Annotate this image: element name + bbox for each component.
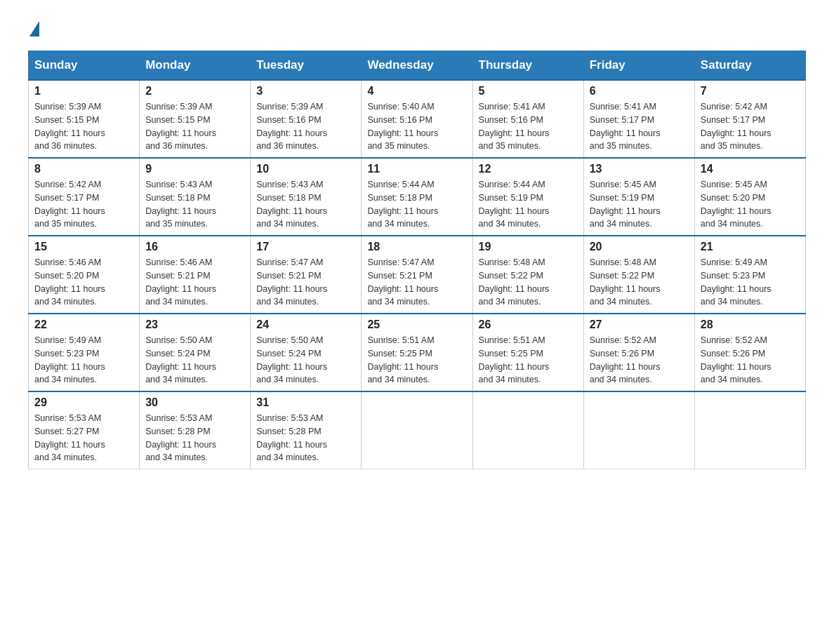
calendar-cell: 15 Sunrise: 5:46 AM Sunset: 5:20 PM Dayl… bbox=[29, 236, 140, 314]
day-number: 4 bbox=[367, 85, 466, 98]
day-info: Sunrise: 5:49 AM Sunset: 5:23 PM Dayligh… bbox=[701, 257, 772, 307]
header-monday: Monday bbox=[140, 51, 251, 81]
day-number: 13 bbox=[590, 163, 689, 175]
day-info: Sunrise: 5:41 AM Sunset: 5:17 PM Dayligh… bbox=[590, 102, 661, 151]
calendar-cell: 30 Sunrise: 5:53 AM Sunset: 5:28 PM Dayl… bbox=[140, 391, 251, 469]
calendar-cell: 28 Sunrise: 5:52 AM Sunset: 5:26 PM Dayl… bbox=[694, 314, 805, 391]
day-number: 22 bbox=[34, 318, 133, 331]
calendar-cell: 2 Sunrise: 5:39 AM Sunset: 5:15 PM Dayli… bbox=[140, 80, 251, 158]
calendar-cell: 9 Sunrise: 5:43 AM Sunset: 5:18 PM Dayli… bbox=[140, 158, 251, 236]
week-row-3: 15 Sunrise: 5:46 AM Sunset: 5:20 PM Dayl… bbox=[29, 236, 806, 314]
day-info: Sunrise: 5:53 AM Sunset: 5:28 PM Dayligh… bbox=[256, 413, 327, 462]
calendar-cell bbox=[694, 391, 805, 469]
day-info: Sunrise: 5:40 AM Sunset: 5:16 PM Dayligh… bbox=[367, 102, 438, 151]
day-info: Sunrise: 5:46 AM Sunset: 5:20 PM Dayligh… bbox=[34, 257, 105, 307]
day-info: Sunrise: 5:45 AM Sunset: 5:19 PM Dayligh… bbox=[590, 180, 661, 229]
calendar-cell: 10 Sunrise: 5:43 AM Sunset: 5:18 PM Dayl… bbox=[251, 158, 362, 236]
day-info: Sunrise: 5:48 AM Sunset: 5:22 PM Dayligh… bbox=[479, 257, 550, 307]
day-number: 10 bbox=[256, 163, 355, 175]
calendar-cell: 26 Sunrise: 5:51 AM Sunset: 5:25 PM Dayl… bbox=[472, 314, 583, 391]
day-number: 17 bbox=[256, 241, 355, 253]
day-number: 6 bbox=[590, 85, 689, 98]
day-number: 8 bbox=[34, 163, 133, 175]
day-number: 11 bbox=[367, 163, 466, 175]
calendar-cell: 24 Sunrise: 5:50 AM Sunset: 5:24 PM Dayl… bbox=[251, 314, 362, 391]
calendar-cell: 6 Sunrise: 5:41 AM Sunset: 5:17 PM Dayli… bbox=[583, 80, 694, 158]
day-info: Sunrise: 5:39 AM Sunset: 5:16 PM Dayligh… bbox=[256, 102, 327, 151]
calendar-cell: 23 Sunrise: 5:50 AM Sunset: 5:24 PM Dayl… bbox=[140, 314, 251, 391]
header-tuesday: Tuesday bbox=[251, 51, 362, 81]
calendar-table: SundayMondayTuesdayWednesdayThursdayFrid… bbox=[28, 51, 806, 469]
calendar-cell: 29 Sunrise: 5:53 AM Sunset: 5:27 PM Dayl… bbox=[29, 391, 140, 469]
day-number: 2 bbox=[145, 85, 244, 98]
week-row-5: 29 Sunrise: 5:53 AM Sunset: 5:27 PM Dayl… bbox=[29, 391, 806, 469]
logo-triangle-icon bbox=[29, 21, 39, 36]
day-info: Sunrise: 5:49 AM Sunset: 5:23 PM Dayligh… bbox=[34, 335, 105, 384]
day-number: 1 bbox=[34, 85, 133, 98]
day-number: 15 bbox=[34, 241, 133, 253]
day-info: Sunrise: 5:43 AM Sunset: 5:18 PM Dayligh… bbox=[145, 180, 216, 229]
day-number: 3 bbox=[256, 85, 355, 98]
week-row-1: 1 Sunrise: 5:39 AM Sunset: 5:15 PM Dayli… bbox=[29, 80, 806, 158]
day-info: Sunrise: 5:44 AM Sunset: 5:19 PM Dayligh… bbox=[479, 180, 550, 229]
calendar-cell bbox=[362, 391, 472, 469]
day-info: Sunrise: 5:39 AM Sunset: 5:15 PM Dayligh… bbox=[34, 102, 105, 151]
day-info: Sunrise: 5:53 AM Sunset: 5:27 PM Dayligh… bbox=[34, 413, 105, 462]
calendar-cell: 27 Sunrise: 5:52 AM Sunset: 5:26 PM Dayl… bbox=[583, 314, 694, 391]
day-number: 20 bbox=[590, 241, 689, 253]
calendar-cell: 31 Sunrise: 5:53 AM Sunset: 5:28 PM Dayl… bbox=[251, 391, 362, 469]
calendar-cell: 1 Sunrise: 5:39 AM Sunset: 5:15 PM Dayli… bbox=[29, 80, 140, 158]
day-info: Sunrise: 5:42 AM Sunset: 5:17 PM Dayligh… bbox=[701, 102, 772, 151]
header-wednesday: Wednesday bbox=[362, 51, 472, 81]
calendar-cell: 16 Sunrise: 5:46 AM Sunset: 5:21 PM Dayl… bbox=[140, 236, 251, 314]
day-number: 5 bbox=[479, 85, 578, 98]
calendar-cell: 18 Sunrise: 5:47 AM Sunset: 5:21 PM Dayl… bbox=[362, 236, 472, 314]
day-info: Sunrise: 5:51 AM Sunset: 5:25 PM Dayligh… bbox=[367, 335, 438, 384]
day-info: Sunrise: 5:51 AM Sunset: 5:25 PM Dayligh… bbox=[479, 335, 550, 384]
calendar-cell: 7 Sunrise: 5:42 AM Sunset: 5:17 PM Dayli… bbox=[694, 80, 805, 158]
day-number: 24 bbox=[256, 318, 355, 331]
day-info: Sunrise: 5:44 AM Sunset: 5:18 PM Dayligh… bbox=[367, 180, 438, 229]
day-info: Sunrise: 5:53 AM Sunset: 5:28 PM Dayligh… bbox=[145, 413, 216, 462]
day-info: Sunrise: 5:42 AM Sunset: 5:17 PM Dayligh… bbox=[34, 180, 105, 229]
header-friday: Friday bbox=[583, 51, 694, 81]
calendar-cell: 25 Sunrise: 5:51 AM Sunset: 5:25 PM Dayl… bbox=[362, 314, 472, 391]
day-info: Sunrise: 5:45 AM Sunset: 5:20 PM Dayligh… bbox=[701, 180, 772, 229]
day-info: Sunrise: 5:46 AM Sunset: 5:21 PM Dayligh… bbox=[145, 257, 216, 307]
calendar-cell: 19 Sunrise: 5:48 AM Sunset: 5:22 PM Dayl… bbox=[472, 236, 583, 314]
day-number: 12 bbox=[479, 163, 578, 175]
day-number: 16 bbox=[145, 241, 244, 253]
calendar-cell: 12 Sunrise: 5:44 AM Sunset: 5:19 PM Dayl… bbox=[472, 158, 583, 236]
day-number: 14 bbox=[701, 163, 800, 175]
logo bbox=[28, 21, 41, 36]
day-info: Sunrise: 5:47 AM Sunset: 5:21 PM Dayligh… bbox=[367, 257, 438, 307]
day-number: 19 bbox=[479, 241, 578, 253]
calendar-cell: 22 Sunrise: 5:49 AM Sunset: 5:23 PM Dayl… bbox=[29, 314, 140, 391]
day-info: Sunrise: 5:48 AM Sunset: 5:22 PM Dayligh… bbox=[590, 257, 661, 307]
calendar-cell: 5 Sunrise: 5:41 AM Sunset: 5:16 PM Dayli… bbox=[472, 80, 583, 158]
day-number: 25 bbox=[367, 318, 466, 331]
calendar-cell: 14 Sunrise: 5:45 AM Sunset: 5:20 PM Dayl… bbox=[694, 158, 805, 236]
day-info: Sunrise: 5:41 AM Sunset: 5:16 PM Dayligh… bbox=[479, 102, 550, 151]
day-number: 26 bbox=[479, 318, 578, 331]
calendar-cell: 13 Sunrise: 5:45 AM Sunset: 5:19 PM Dayl… bbox=[583, 158, 694, 236]
day-number: 29 bbox=[34, 396, 133, 409]
week-row-4: 22 Sunrise: 5:49 AM Sunset: 5:23 PM Dayl… bbox=[29, 314, 806, 391]
calendar-cell: 21 Sunrise: 5:49 AM Sunset: 5:23 PM Dayl… bbox=[694, 236, 805, 314]
calendar-cell: 17 Sunrise: 5:47 AM Sunset: 5:21 PM Dayl… bbox=[251, 236, 362, 314]
header-sunday: Sunday bbox=[29, 51, 140, 81]
day-info: Sunrise: 5:47 AM Sunset: 5:21 PM Dayligh… bbox=[256, 257, 327, 307]
header-saturday: Saturday bbox=[694, 51, 805, 81]
day-number: 9 bbox=[145, 163, 244, 175]
day-number: 31 bbox=[256, 396, 355, 409]
week-row-2: 8 Sunrise: 5:42 AM Sunset: 5:17 PM Dayli… bbox=[29, 158, 806, 236]
header-thursday: Thursday bbox=[472, 51, 583, 81]
header-row: SundayMondayTuesdayWednesdayThursdayFrid… bbox=[29, 51, 806, 81]
day-info: Sunrise: 5:43 AM Sunset: 5:18 PM Dayligh… bbox=[256, 180, 327, 229]
day-info: Sunrise: 5:52 AM Sunset: 5:26 PM Dayligh… bbox=[701, 335, 772, 384]
day-number: 7 bbox=[701, 85, 800, 98]
calendar-cell bbox=[472, 391, 583, 469]
calendar-cell bbox=[583, 391, 694, 469]
day-info: Sunrise: 5:50 AM Sunset: 5:24 PM Dayligh… bbox=[256, 335, 327, 384]
day-number: 23 bbox=[145, 318, 244, 331]
